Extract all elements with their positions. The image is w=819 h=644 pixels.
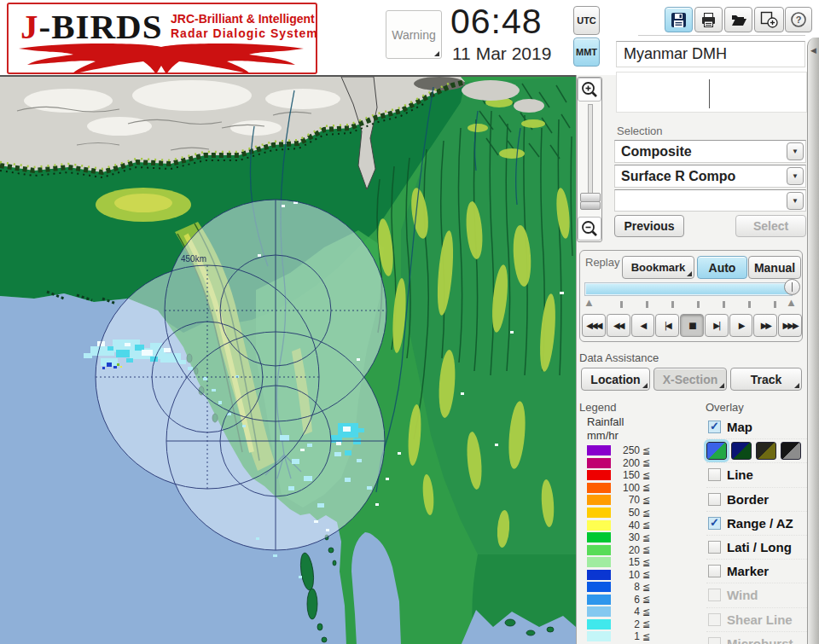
overlay-checkbox[interactable] bbox=[708, 493, 721, 506]
dropdown-corner-icon bbox=[642, 383, 648, 388]
slider-tick bbox=[748, 301, 751, 308]
zoom-slider-track[interactable] bbox=[588, 104, 593, 201]
location-label: Location bbox=[590, 373, 640, 386]
radar-map[interactable]: 450km bbox=[0, 75, 576, 644]
timezone-mmt-button[interactable]: MMT bbox=[573, 38, 600, 67]
playback-button-0[interactable]: ◀◀◀ bbox=[582, 314, 606, 337]
range-ring-label: 450km bbox=[181, 254, 206, 264]
warning-label: Warning bbox=[392, 28, 436, 42]
playback-button-4[interactable]: ■ bbox=[680, 314, 704, 337]
legend-color-swatch bbox=[587, 545, 611, 555]
select-button[interactable]: Select bbox=[735, 215, 806, 237]
less-equal-icon: ≦ bbox=[642, 569, 650, 580]
print-button[interactable] bbox=[694, 7, 723, 32]
overlay-checkbox[interactable] bbox=[708, 637, 721, 644]
chevron-down-icon[interactable]: ▼ bbox=[787, 192, 804, 210]
legend-unit-line1: Rainfall bbox=[587, 415, 624, 428]
overlay-checkbox[interactable]: ✓ bbox=[708, 517, 721, 530]
playback-button-6[interactable]: ▶ bbox=[729, 314, 753, 337]
less-equal-icon: ≦ bbox=[642, 508, 650, 519]
product-dropdown-2-value: Surface R Compo bbox=[615, 169, 787, 184]
station-detail-field[interactable] bbox=[616, 72, 807, 113]
overlay-option-label: Range / AZ bbox=[727, 516, 793, 531]
map-style-swatch[interactable] bbox=[781, 442, 801, 460]
legend-value: 50 bbox=[613, 507, 640, 519]
legend-row: 50 ≦ bbox=[587, 507, 698, 519]
slider-tick bbox=[620, 301, 623, 308]
slider-tick bbox=[697, 301, 700, 308]
less-equal-icon: ≦ bbox=[642, 470, 650, 481]
previous-button[interactable]: Previous bbox=[614, 215, 684, 237]
less-equal-icon: ≦ bbox=[642, 557, 650, 568]
zoom-in-button[interactable] bbox=[578, 78, 601, 102]
overlay-checkbox[interactable] bbox=[708, 613, 721, 626]
zoom-out-button[interactable] bbox=[578, 217, 601, 241]
chevron-down-icon[interactable]: ▼ bbox=[787, 142, 804, 160]
open-file-button[interactable] bbox=[724, 7, 752, 32]
location-button[interactable]: Location bbox=[581, 368, 650, 391]
overlay-checkbox[interactable] bbox=[708, 589, 721, 601]
overlay-row: ✓ Map bbox=[706, 415, 807, 439]
playback-controls: ◀◀◀◀◀◀|◀■▶|▶▶▶▶▶▶ bbox=[582, 314, 802, 338]
legend-value: 10 bbox=[613, 569, 640, 581]
overlay-checkbox[interactable] bbox=[708, 541, 721, 554]
map-style-swatch[interactable] bbox=[756, 442, 776, 460]
replay-slider-track[interactable] bbox=[585, 283, 792, 295]
x-section-label: X-Section bbox=[663, 373, 718, 386]
svg-text:?: ? bbox=[796, 15, 802, 25]
legend-row: 30 ≦ bbox=[587, 531, 698, 544]
replay-slider-handle[interactable] bbox=[784, 279, 800, 295]
dropdown-corner-icon bbox=[434, 51, 439, 56]
slider-tick bbox=[671, 301, 674, 308]
eagle-logo-icon bbox=[14, 42, 309, 74]
legend-title: Legend bbox=[579, 401, 616, 414]
legend-color-swatch bbox=[587, 631, 611, 641]
product-dropdown-3[interactable]: ▼ bbox=[614, 189, 806, 212]
save-button[interactable] bbox=[665, 7, 693, 32]
playback-button-2[interactable]: ◀ bbox=[631, 314, 655, 337]
warning-button[interactable]: Warning bbox=[386, 10, 442, 59]
overlay-checkbox[interactable] bbox=[708, 565, 721, 577]
legend-color-swatch bbox=[587, 606, 611, 617]
overlay-checkbox[interactable]: ✓ bbox=[708, 421, 721, 433]
overlay-row: Border bbox=[706, 488, 807, 512]
overlay-row: Lati / Long bbox=[706, 536, 807, 560]
auto-button[interactable]: Auto bbox=[697, 256, 747, 279]
help-button[interactable]: ? bbox=[785, 7, 812, 32]
less-equal-icon: ≦ bbox=[642, 457, 650, 468]
slider-tick bbox=[646, 301, 648, 308]
legend-value: 30 bbox=[613, 531, 640, 543]
map-style-swatch[interactable] bbox=[731, 442, 752, 460]
timezone-utc-button[interactable]: UTC bbox=[573, 6, 600, 35]
playback-button-8[interactable]: ▶▶▶ bbox=[778, 314, 802, 337]
playback-button-5[interactable]: ▶| bbox=[705, 314, 729, 337]
logo-title-j: J bbox=[20, 7, 39, 46]
map-style-swatch[interactable] bbox=[706, 442, 727, 460]
slider-start-marker-icon: ▲ bbox=[584, 297, 595, 309]
playback-button-7[interactable]: ▶▶ bbox=[753, 314, 777, 337]
printer-icon bbox=[700, 12, 717, 28]
product-dropdown-1[interactable]: Composite ▼ bbox=[614, 140, 806, 163]
x-section-button[interactable]: X-Section bbox=[653, 368, 727, 391]
playback-button-1[interactable]: ◀◀ bbox=[607, 314, 630, 337]
legend-value: 100 bbox=[613, 482, 640, 494]
manual-button[interactable]: Manual bbox=[748, 256, 801, 279]
chevron-down-icon[interactable]: ▼ bbox=[787, 167, 804, 185]
product-dropdown-2[interactable]: Surface R Compo ▼ bbox=[614, 165, 806, 188]
track-button[interactable]: Track bbox=[730, 368, 802, 391]
overlay-row: ✓ Range / AZ bbox=[706, 512, 807, 536]
overlay-checkbox[interactable] bbox=[708, 468, 721, 481]
capture-image-button[interactable] bbox=[754, 7, 784, 32]
logo-title-birds: -BIRDS bbox=[39, 7, 163, 46]
panel-collapse-strip[interactable] bbox=[807, 38, 819, 644]
playback-button-3[interactable]: |◀ bbox=[655, 314, 679, 337]
slider-tick bbox=[723, 301, 725, 308]
less-equal-icon: ≦ bbox=[642, 606, 650, 618]
legend-value: 4 bbox=[613, 606, 640, 618]
zoom-slider-handle-lower[interactable] bbox=[580, 201, 601, 210]
bookmark-button[interactable]: Bookmark bbox=[622, 256, 694, 279]
legend-color-swatch bbox=[587, 582, 611, 592]
less-equal-icon: ≦ bbox=[642, 532, 650, 543]
less-equal-icon: ≦ bbox=[642, 594, 650, 605]
rainfall-legend: 250 ≦ 200 ≦ 150 ≦ 100 ≦ 70 ≦ 50 ≦ 40 ≦ 3… bbox=[587, 444, 698, 643]
